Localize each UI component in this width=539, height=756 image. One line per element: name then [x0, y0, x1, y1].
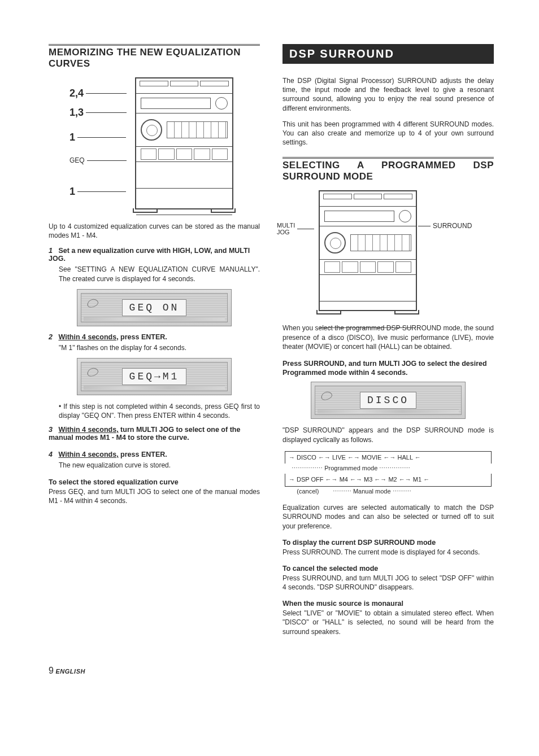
- dsp-para-2: "DSP SURROUND" appears and the DSP SURRO…: [282, 426, 494, 444]
- step-2-note-text: If this step is not completed within 4 s…: [59, 403, 260, 419]
- cancel-body: Press SURROUND, and turn MULTI JOG to se…: [282, 574, 494, 592]
- stereo-illustration: [135, 77, 233, 209]
- page-number: 9: [49, 666, 54, 675]
- lcd-geq-on-text: GEQ ON: [122, 299, 187, 316]
- step-3: 3 Within 4 seconds, turn MULTI JOG to se…: [49, 426, 260, 442]
- dsp-intro-1: The DSP (Digital Signal Processor) SURRO…: [282, 76, 494, 113]
- page-footer: 9 ENGLISH: [0, 666, 539, 693]
- callout-24: 2,4: [69, 88, 84, 99]
- callout-1b: 1: [69, 186, 75, 198]
- cycle-row-2b: (cancel) ⋯⋯⋯ Manual mode ⋯⋯⋯: [285, 487, 492, 497]
- heading-selecting: SELECTING A PROGRAMMED DSP SURROUND MODE: [282, 160, 494, 182]
- heading-memorizing: MEMORIZING THE NEW EQUALIZATION CURVES: [49, 47, 260, 69]
- step-1: 1 Set a new equalization curve with HIGH…: [49, 247, 260, 263]
- dsp-surround-bar: DSP SURROUND: [282, 44, 494, 64]
- monaural-heading: When the music source is monaural: [282, 600, 494, 608]
- rule: [282, 157, 494, 159]
- select-stored-heading: To select the stored equalization curve: [49, 478, 260, 486]
- page-language: ENGLISH: [56, 668, 85, 675]
- callout-13: 1,3: [69, 107, 84, 119]
- cycle-row-2: → DSP OFF ←→ M4 ←→ M3 ←→ M2 ←→ M1 ←: [285, 474, 492, 487]
- step-2: 2 Within 4 seconds, press ENTER.: [49, 333, 260, 341]
- intro-text: Up to 4 customized equalization curves c…: [49, 222, 260, 240]
- step-2-title-r: press ENTER.: [119, 333, 167, 341]
- disp-current-body: Press SURROUND. The current mode is disp…: [282, 548, 494, 557]
- lcd-disco-text: DISCO: [360, 392, 416, 409]
- callout-geq: GEQ: [69, 156, 85, 164]
- disp-current-heading: To display the current DSP SURROUND mode: [282, 539, 494, 547]
- mode-cycle-diagram: → DISCO ←→ LIVE ←→ MOVIE ←→ HALL ← ⋯⋯⋯⋯⋯…: [285, 451, 492, 496]
- step-1-num: 1: [49, 247, 56, 255]
- device-diagram-right: MULTI JOG SURROUND: [277, 190, 480, 314]
- lcd-geq-on: GEQ ON: [77, 289, 232, 326]
- dsp-para-3: Equalization curves are selected automat…: [282, 503, 494, 531]
- step-2-num: 2: [49, 333, 56, 341]
- step-4-title-u: Within 4 seconds,: [58, 451, 118, 458]
- step-3-num: 3: [49, 426, 56, 434]
- step-2-body: "M 1" flashes on the display for 4 secon…: [59, 343, 260, 352]
- step-4-body: The new equalization curve is stored.: [59, 461, 260, 470]
- cycle-row-1b: ⋯⋯⋯⋯⋯ Programmed mode ⋯⋯⋯⋯⋯: [285, 464, 492, 474]
- device-diagram-left: 2,4 1,3 1 GEQ 1: [69, 77, 239, 213]
- callout-1a: 1: [69, 132, 75, 143]
- step-4: 4 Within 4 seconds, press ENTER.: [49, 451, 260, 458]
- monaural-body: Select "LIVE" or "MOVIE" to obtain a sim…: [282, 609, 494, 636]
- callout-multi-jog: MULTI JOG: [277, 222, 295, 235]
- step-4-num: 4: [49, 451, 56, 458]
- lcd-disco: DISCO: [311, 382, 466, 419]
- dsp-intro-2: This unit has been programmed with 4 dif…: [282, 120, 494, 147]
- step-2-title-u: Within 4 seconds,: [58, 333, 118, 341]
- lcd-geq-m1-text: GEQ→M1: [122, 368, 187, 385]
- callout-surround: SURROUND: [433, 222, 472, 230]
- step-3-title-u: Within 4 seconds,: [58, 426, 118, 434]
- step-2-note: • If this step is not completed within 4…: [59, 402, 260, 420]
- dsp-instruction: Press SURROUND, and turn MULTI JOG to se…: [282, 359, 494, 378]
- step-4-title-r: press ENTER.: [119, 451, 167, 458]
- stereo-illustration-r: [319, 190, 417, 311]
- select-stored-body2: Press GEQ, and turn MULTI JOG to select …: [49, 487, 260, 505]
- step-1-body: See "SETTING A NEW EQUALIZATION CURVE MA…: [59, 265, 260, 283]
- cancel-heading: To cancel the selected mode: [282, 565, 494, 573]
- rule: [49, 44, 260, 46]
- manual-page: MEMORIZING THE NEW EQUALIZATION CURVES 2…: [0, 0, 539, 666]
- right-column: DSP SURROUND The DSP (Digital Signal Pro…: [282, 44, 494, 643]
- cycle-row-1: → DISCO ←→ LIVE ←→ MOVIE ←→ HALL ←: [285, 451, 492, 464]
- step-1-title: Set a new equalization curve with HIGH, …: [49, 247, 250, 263]
- left-column: MEMORIZING THE NEW EQUALIZATION CURVES 2…: [49, 44, 260, 643]
- lcd-geq-m1: GEQ→M1: [77, 358, 232, 395]
